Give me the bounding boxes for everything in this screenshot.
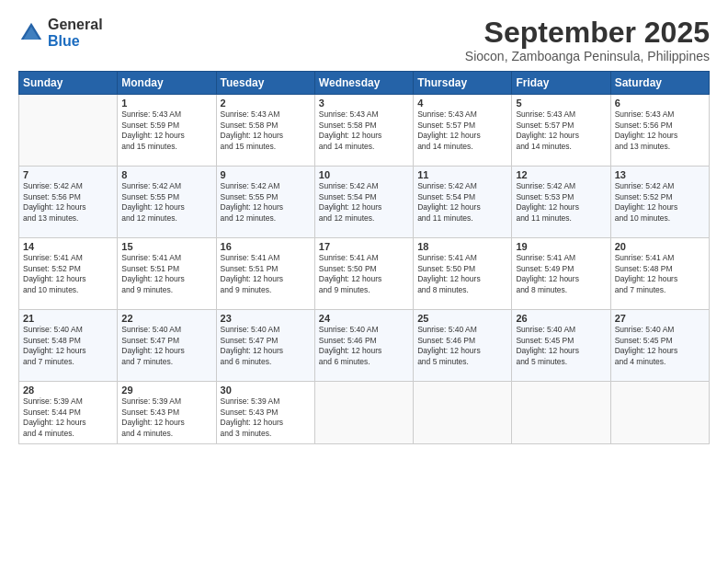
- logo-icon: [18, 20, 44, 46]
- calendar-cell: 28Sunrise: 5:39 AM Sunset: 5:44 PM Dayli…: [19, 382, 118, 444]
- day-info: Sunrise: 5:42 AM Sunset: 5:53 PM Dayligh…: [516, 181, 606, 224]
- day-info: Sunrise: 5:41 AM Sunset: 5:50 PM Dayligh…: [417, 253, 507, 295]
- day-info: Sunrise: 5:40 AM Sunset: 5:45 PM Dayligh…: [615, 325, 705, 367]
- day-info: Sunrise: 5:43 AM Sunset: 5:58 PM Dayligh…: [319, 109, 409, 152]
- day-number: 30: [221, 385, 311, 396]
- day-info: Sunrise: 5:41 AM Sunset: 5:51 PM Dayligh…: [221, 253, 311, 295]
- day-number: 20: [615, 241, 705, 252]
- day-number: 16: [221, 241, 311, 252]
- calendar-week-2: 7Sunrise: 5:42 AM Sunset: 5:56 PM Daylig…: [19, 167, 710, 238]
- day-number: 9: [221, 169, 311, 180]
- day-number: 1: [121, 98, 211, 109]
- day-number: 25: [417, 313, 507, 324]
- day-number: 18: [417, 241, 507, 252]
- calendar-week-4: 21Sunrise: 5:40 AM Sunset: 5:48 PM Dayli…: [19, 310, 710, 382]
- day-info: Sunrise: 5:39 AM Sunset: 5:43 PM Dayligh…: [121, 396, 211, 439]
- logo-blue: Blue: [48, 33, 103, 50]
- day-info: Sunrise: 5:41 AM Sunset: 5:50 PM Dayligh…: [319, 253, 409, 295]
- calendar-cell: 21Sunrise: 5:40 AM Sunset: 5:48 PM Dayli…: [19, 310, 118, 382]
- day-info: Sunrise: 5:39 AM Sunset: 5:43 PM Dayligh…: [221, 396, 311, 439]
- calendar-cell: 2Sunrise: 5:43 AM Sunset: 5:58 PM Daylig…: [216, 95, 314, 167]
- day-info: Sunrise: 5:40 AM Sunset: 5:46 PM Dayligh…: [319, 325, 409, 367]
- weekday-header-monday: Monday: [118, 72, 216, 95]
- calendar-week-3: 14Sunrise: 5:41 AM Sunset: 5:52 PM Dayli…: [19, 238, 710, 310]
- day-info: Sunrise: 5:42 AM Sunset: 5:52 PM Dayligh…: [615, 181, 705, 224]
- page: General Blue September 2025 Siocon, Zamb…: [0, 0, 728, 563]
- month-title: September 2025: [465, 17, 710, 49]
- day-number: 4: [417, 98, 507, 109]
- calendar-cell: [512, 382, 610, 444]
- calendar-cell: 5Sunrise: 5:43 AM Sunset: 5:57 PM Daylig…: [512, 95, 610, 167]
- day-number: 6: [615, 98, 705, 109]
- day-number: 13: [615, 169, 705, 180]
- calendar-week-1: 1Sunrise: 5:43 AM Sunset: 5:59 PM Daylig…: [19, 95, 710, 167]
- day-number: 21: [23, 313, 113, 324]
- calendar-cell: 13Sunrise: 5:42 AM Sunset: 5:52 PM Dayli…: [610, 167, 709, 238]
- title-area: September 2025 Siocon, Zamboanga Peninsu…: [465, 17, 710, 63]
- location-subtitle: Siocon, Zamboanga Peninsula, Philippines: [465, 49, 710, 63]
- calendar-table: SundayMondayTuesdayWednesdayThursdayFrid…: [18, 71, 710, 444]
- day-info: Sunrise: 5:39 AM Sunset: 5:44 PM Dayligh…: [23, 396, 113, 439]
- calendar-cell: 6Sunrise: 5:43 AM Sunset: 5:56 PM Daylig…: [610, 95, 709, 167]
- calendar-cell: 23Sunrise: 5:40 AM Sunset: 5:47 PM Dayli…: [216, 310, 314, 382]
- day-number: 10: [319, 169, 409, 180]
- day-info: Sunrise: 5:40 AM Sunset: 5:47 PM Dayligh…: [121, 325, 211, 367]
- calendar-cell: 10Sunrise: 5:42 AM Sunset: 5:54 PM Dayli…: [314, 167, 413, 238]
- calendar-cell: 19Sunrise: 5:41 AM Sunset: 5:49 PM Dayli…: [512, 238, 610, 310]
- calendar-cell: 24Sunrise: 5:40 AM Sunset: 5:46 PM Dayli…: [314, 310, 413, 382]
- day-info: Sunrise: 5:41 AM Sunset: 5:49 PM Dayligh…: [516, 253, 606, 295]
- calendar-cell: 26Sunrise: 5:40 AM Sunset: 5:45 PM Dayli…: [512, 310, 610, 382]
- calendar-header: SundayMondayTuesdayWednesdayThursdayFrid…: [19, 72, 710, 95]
- calendar-cell: 3Sunrise: 5:43 AM Sunset: 5:58 PM Daylig…: [314, 95, 413, 167]
- day-number: 26: [516, 313, 606, 324]
- calendar-cell: 27Sunrise: 5:40 AM Sunset: 5:45 PM Dayli…: [610, 310, 709, 382]
- weekday-header-friday: Friday: [512, 72, 610, 95]
- day-number: 23: [221, 313, 311, 324]
- logo-text: General Blue: [48, 17, 103, 49]
- calendar-cell: 29Sunrise: 5:39 AM Sunset: 5:43 PM Dayli…: [118, 382, 216, 444]
- day-number: 14: [23, 241, 113, 252]
- day-number: 3: [319, 98, 409, 109]
- logo-general: General: [48, 17, 103, 33]
- calendar-cell: 16Sunrise: 5:41 AM Sunset: 5:51 PM Dayli…: [216, 238, 314, 310]
- day-number: 17: [319, 241, 409, 252]
- weekday-header-tuesday: Tuesday: [216, 72, 314, 95]
- day-info: Sunrise: 5:41 AM Sunset: 5:48 PM Dayligh…: [615, 253, 705, 295]
- calendar-body: 1Sunrise: 5:43 AM Sunset: 5:59 PM Daylig…: [19, 95, 710, 444]
- day-info: Sunrise: 5:41 AM Sunset: 5:51 PM Dayligh…: [121, 253, 211, 295]
- calendar-cell: [610, 382, 709, 444]
- calendar-cell: 11Sunrise: 5:42 AM Sunset: 5:54 PM Dayli…: [414, 167, 512, 238]
- calendar-cell: 8Sunrise: 5:42 AM Sunset: 5:55 PM Daylig…: [118, 167, 216, 238]
- day-info: Sunrise: 5:41 AM Sunset: 5:52 PM Dayligh…: [23, 253, 113, 295]
- calendar-cell: [414, 382, 512, 444]
- day-info: Sunrise: 5:43 AM Sunset: 5:59 PM Dayligh…: [121, 109, 211, 152]
- day-info: Sunrise: 5:40 AM Sunset: 5:46 PM Dayligh…: [417, 325, 507, 367]
- calendar-cell: 4Sunrise: 5:43 AM Sunset: 5:57 PM Daylig…: [414, 95, 512, 167]
- calendar-week-5: 28Sunrise: 5:39 AM Sunset: 5:44 PM Dayli…: [19, 382, 710, 444]
- weekday-header-thursday: Thursday: [414, 72, 512, 95]
- weekday-header-sunday: Sunday: [19, 72, 118, 95]
- calendar-cell: 14Sunrise: 5:41 AM Sunset: 5:52 PM Dayli…: [19, 238, 118, 310]
- day-info: Sunrise: 5:43 AM Sunset: 5:58 PM Dayligh…: [221, 109, 311, 152]
- weekday-header-wednesday: Wednesday: [314, 72, 413, 95]
- day-number: 8: [121, 169, 211, 180]
- weekday-row: SundayMondayTuesdayWednesdayThursdayFrid…: [19, 72, 710, 95]
- calendar-cell: 1Sunrise: 5:43 AM Sunset: 5:59 PM Daylig…: [118, 95, 216, 167]
- calendar-cell: 20Sunrise: 5:41 AM Sunset: 5:48 PM Dayli…: [610, 238, 709, 310]
- day-number: 12: [516, 169, 606, 180]
- calendar-cell: 18Sunrise: 5:41 AM Sunset: 5:50 PM Dayli…: [414, 238, 512, 310]
- day-number: 28: [23, 385, 113, 396]
- day-info: Sunrise: 5:42 AM Sunset: 5:55 PM Dayligh…: [221, 181, 311, 224]
- calendar-cell: 30Sunrise: 5:39 AM Sunset: 5:43 PM Dayli…: [216, 382, 314, 444]
- day-number: 11: [417, 169, 507, 180]
- day-info: Sunrise: 5:43 AM Sunset: 5:56 PM Dayligh…: [615, 109, 705, 152]
- day-number: 2: [221, 98, 311, 109]
- calendar-cell: 7Sunrise: 5:42 AM Sunset: 5:56 PM Daylig…: [19, 167, 118, 238]
- day-info: Sunrise: 5:43 AM Sunset: 5:57 PM Dayligh…: [516, 109, 606, 152]
- calendar-cell: 9Sunrise: 5:42 AM Sunset: 5:55 PM Daylig…: [216, 167, 314, 238]
- day-number: 24: [319, 313, 409, 324]
- calendar-cell: 12Sunrise: 5:42 AM Sunset: 5:53 PM Dayli…: [512, 167, 610, 238]
- logo: General Blue: [18, 17, 103, 49]
- calendar-cell: [314, 382, 413, 444]
- day-number: 7: [23, 169, 113, 180]
